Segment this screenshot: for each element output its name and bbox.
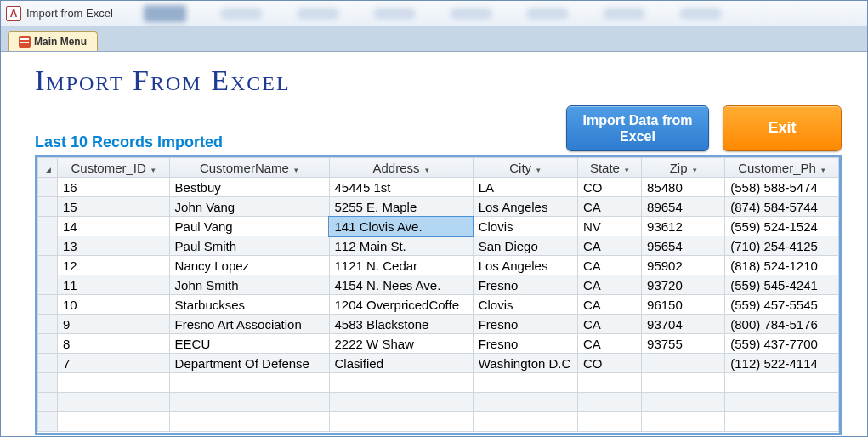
- cell[interactable]: EECU: [169, 334, 329, 354]
- cell[interactable]: 45445 1st: [329, 178, 473, 197]
- cell[interactable]: 5255 E. Maple: [329, 197, 473, 217]
- row-selector[interactable]: [38, 275, 58, 295]
- row-selector[interactable]: [38, 412, 58, 432]
- cell[interactable]: 93612: [642, 217, 725, 236]
- cell[interactable]: [329, 393, 473, 412]
- cell[interactable]: (559) 437-7700: [725, 334, 839, 354]
- cell[interactable]: [642, 354, 725, 373]
- row-selector[interactable]: [38, 197, 58, 217]
- cell[interactable]: Paul Smith: [169, 236, 329, 256]
- cell[interactable]: CO: [577, 178, 641, 197]
- cell[interactable]: John Vang: [169, 197, 329, 217]
- cell[interactable]: 14: [57, 217, 169, 236]
- cell[interactable]: [642, 412, 725, 432]
- cell[interactable]: [642, 373, 725, 393]
- cell[interactable]: Clovis: [473, 295, 577, 315]
- cell[interactable]: [642, 393, 725, 412]
- cell[interactable]: 93755: [642, 334, 725, 354]
- row-selector[interactable]: [38, 178, 58, 197]
- cell[interactable]: Clovis: [473, 217, 577, 236]
- row-selector[interactable]: [38, 354, 58, 373]
- cell[interactable]: Fresno: [473, 315, 577, 334]
- table-row-empty[interactable]: [38, 412, 839, 432]
- tab-main-menu[interactable]: Main Menu: [8, 31, 98, 51]
- cell[interactable]: (800) 784-5176: [725, 315, 839, 334]
- cell[interactable]: 4583 Blackstone: [329, 315, 473, 334]
- cell[interactable]: CA: [577, 315, 641, 334]
- cell[interactable]: [57, 373, 169, 393]
- cell[interactable]: 16: [57, 178, 169, 197]
- row-selector[interactable]: [38, 236, 58, 256]
- cell[interactable]: (874) 584-5744: [725, 197, 839, 217]
- cell[interactable]: 10: [57, 295, 169, 315]
- table-row[interactable]: 15John Vang5255 E. MapleLos AngelesCA896…: [38, 197, 839, 217]
- cell[interactable]: Fresno Art Association: [169, 315, 329, 334]
- row-selector[interactable]: [38, 256, 58, 275]
- cell[interactable]: 85480: [642, 178, 725, 197]
- cell[interactable]: (559) 457-5545: [725, 295, 839, 315]
- table-row[interactable]: 13Paul Smith112 Main St.San DiegoCA95654…: [38, 236, 839, 256]
- table-row[interactable]: 14Paul Vang141 Clovis Ave.ClovisNV93612(…: [38, 217, 839, 236]
- cell[interactable]: Los Angeles: [473, 256, 577, 275]
- cell[interactable]: 95902: [642, 256, 725, 275]
- cell[interactable]: [577, 412, 641, 432]
- cell[interactable]: (559) 524-1524: [725, 217, 839, 236]
- cell[interactable]: 89654: [642, 197, 725, 217]
- cell[interactable]: 7: [57, 354, 169, 373]
- cell[interactable]: 93704: [642, 315, 725, 334]
- cell[interactable]: Fresno: [473, 275, 577, 295]
- cell[interactable]: 11: [57, 275, 169, 295]
- cell[interactable]: [725, 373, 839, 393]
- cell[interactable]: Nancy Lopez: [169, 256, 329, 275]
- cell[interactable]: 1121 N. Cedar: [329, 256, 473, 275]
- col-header-zip[interactable]: Zip ▾: [642, 158, 725, 178]
- cell[interactable]: (558) 588-5474: [725, 178, 839, 197]
- cell[interactable]: [57, 393, 169, 412]
- table-row[interactable]: 9Fresno Art Association4583 BlackstoneFr…: [38, 315, 839, 334]
- cell[interactable]: Clasified: [329, 354, 473, 373]
- cell[interactable]: 141 Clovis Ave.: [329, 217, 473, 236]
- cell[interactable]: 9: [57, 315, 169, 334]
- cell[interactable]: [577, 393, 641, 412]
- cell[interactable]: [725, 393, 839, 412]
- cell[interactable]: [725, 412, 839, 432]
- cell[interactable]: 8: [57, 334, 169, 354]
- cell[interactable]: CA: [577, 197, 641, 217]
- table-row[interactable]: 16Bestbuy45445 1stLACO85480(558) 588-547…: [38, 178, 839, 197]
- cell[interactable]: NV: [577, 217, 641, 236]
- col-header-customer-id[interactable]: Customer_ID ▾: [57, 158, 169, 178]
- cell[interactable]: CA: [577, 256, 641, 275]
- cell[interactable]: 95654: [642, 236, 725, 256]
- cell[interactable]: CA: [577, 295, 641, 315]
- cell[interactable]: [169, 412, 329, 432]
- table-row[interactable]: 7Department Of DefenseClasifiedWashingto…: [38, 354, 839, 373]
- records-grid[interactable]: ◢ Customer_ID ▾ CustomerName ▾ Address ▾…: [37, 157, 839, 432]
- cell[interactable]: CA: [577, 334, 641, 354]
- cell[interactable]: [473, 393, 577, 412]
- col-header-state[interactable]: State ▾: [577, 158, 641, 178]
- cell[interactable]: 2222 W Shaw: [329, 334, 473, 354]
- cell[interactable]: 15: [57, 197, 169, 217]
- cell[interactable]: (818) 524-1210: [725, 256, 839, 275]
- col-header-customer-name[interactable]: CustomerName ▾: [169, 158, 329, 178]
- table-row[interactable]: 12Nancy Lopez1121 N. CedarLos AngelesCA9…: [38, 256, 839, 275]
- cell[interactable]: (112) 522-4114: [725, 354, 839, 373]
- cell[interactable]: (710) 254-4125: [725, 236, 839, 256]
- cell[interactable]: 93720: [642, 275, 725, 295]
- cell[interactable]: 96150: [642, 295, 725, 315]
- cell[interactable]: John Smith: [169, 275, 329, 295]
- cell[interactable]: 1204 OverpricedCoffe: [329, 295, 473, 315]
- cell[interactable]: [473, 373, 577, 393]
- cell[interactable]: Washington D.C: [473, 354, 577, 373]
- cell[interactable]: CO: [577, 354, 641, 373]
- cell[interactable]: 13: [57, 236, 169, 256]
- row-selector[interactable]: [38, 217, 58, 236]
- cell[interactable]: [57, 412, 169, 432]
- col-header-customer-ph[interactable]: Customer_Ph ▾: [725, 158, 839, 178]
- cell[interactable]: San Diego: [473, 236, 577, 256]
- cell[interactable]: Fresno: [473, 334, 577, 354]
- cell[interactable]: 12: [57, 256, 169, 275]
- cell[interactable]: (559) 545-4241: [725, 275, 839, 295]
- cell[interactable]: Los Angeles: [473, 197, 577, 217]
- table-row-empty[interactable]: [38, 373, 839, 393]
